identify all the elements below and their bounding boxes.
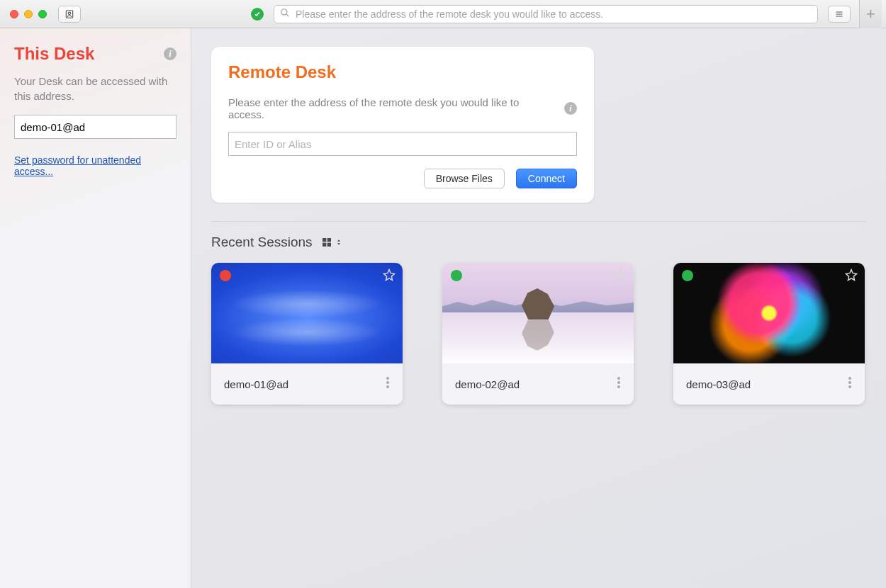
- svg-point-1: [68, 12, 71, 15]
- this-desk-title: This Desk: [14, 44, 94, 64]
- svg-rect-5: [323, 243, 326, 247]
- maximize-window-button[interactable]: [38, 10, 47, 18]
- sessions-view-toggle[interactable]: [321, 237, 342, 248]
- remote-desk-info-icon[interactable]: i: [564, 102, 577, 115]
- close-window-button[interactable]: [10, 10, 18, 18]
- favorite-star-icon[interactable]: [845, 268, 858, 284]
- svg-rect-4: [327, 238, 330, 242]
- svg-point-15: [848, 385, 851, 388]
- remote-desk-card: Remote Desk Please enter the address of …: [211, 47, 594, 203]
- search-icon: [280, 8, 290, 20]
- recent-sessions-title: Recent Sessions: [211, 234, 313, 250]
- session-menu-button[interactable]: [386, 376, 390, 392]
- main-content: Remote Desk Please enter the address of …: [191, 28, 886, 588]
- titlebar-address-input[interactable]: [294, 8, 812, 21]
- session-status-dot: [451, 270, 462, 281]
- svg-point-9: [386, 385, 389, 388]
- address-book-button[interactable]: [58, 6, 81, 23]
- session-label: demo-02@ad: [455, 378, 520, 390]
- svg-point-2: [281, 9, 287, 15]
- address-book-icon: [65, 9, 74, 19]
- grid-view-icon: [321, 237, 332, 248]
- svg-point-8: [386, 381, 389, 384]
- svg-rect-3: [323, 238, 326, 242]
- hamburger-icon: [834, 10, 844, 18]
- new-tab-button[interactable]: +: [859, 0, 882, 28]
- remote-desk-title: Remote Desk: [228, 62, 577, 82]
- set-password-link[interactable]: Set password for unattended access...: [14, 154, 176, 177]
- svg-point-11: [617, 381, 620, 384]
- session-status-dot: [220, 270, 231, 281]
- this-desk-info-icon[interactable]: i: [164, 47, 176, 60]
- favorite-star-icon[interactable]: [614, 268, 627, 284]
- connect-button[interactable]: Connect: [516, 169, 577, 188]
- svg-rect-6: [327, 243, 330, 247]
- session-card[interactable]: demo-02@ad: [442, 263, 634, 405]
- remote-desk-description: Please enter the address of the remote d…: [228, 96, 557, 120]
- favorite-star-icon[interactable]: [383, 268, 396, 284]
- svg-point-12: [617, 385, 620, 388]
- this-desk-address-input[interactable]: [14, 115, 176, 139]
- kebab-icon: [617, 376, 621, 389]
- connection-status-icon: [251, 8, 264, 21]
- session-thumbnail: [442, 263, 634, 363]
- kebab-icon: [386, 376, 390, 389]
- sessions-grid: demo-01@ad dem: [211, 263, 866, 405]
- this-desk-description: Your Desk can be accessed with this addr…: [14, 74, 176, 103]
- titlebar: +: [0, 0, 886, 28]
- svg-point-10: [617, 377, 620, 380]
- window-controls: [10, 10, 47, 18]
- session-label: demo-01@ad: [224, 378, 288, 390]
- section-divider: [211, 221, 866, 222]
- session-status-dot: [682, 270, 693, 281]
- session-thumbnail: [673, 263, 865, 363]
- session-card[interactable]: demo-03@ad: [673, 263, 865, 405]
- session-menu-button[interactable]: [848, 376, 852, 392]
- sidebar: This Desk i Your Desk can be accessed wi…: [0, 28, 191, 588]
- session-thumbnail: [211, 263, 403, 363]
- kebab-icon: [848, 376, 852, 389]
- session-label: demo-03@ad: [686, 378, 751, 390]
- recent-sessions-header: Recent Sessions: [211, 234, 866, 250]
- svg-point-14: [848, 381, 851, 384]
- svg-point-13: [848, 377, 851, 380]
- session-menu-button[interactable]: [617, 376, 621, 392]
- titlebar-address-search[interactable]: [274, 5, 818, 23]
- minimize-window-button[interactable]: [24, 10, 33, 18]
- browse-files-button[interactable]: Browse Files: [424, 169, 505, 188]
- menu-button[interactable]: [828, 6, 851, 23]
- remote-address-input[interactable]: [228, 132, 577, 156]
- svg-point-7: [386, 377, 389, 380]
- session-card[interactable]: demo-01@ad: [211, 263, 403, 405]
- plus-icon: +: [866, 5, 875, 23]
- sort-arrows-icon: [335, 237, 342, 248]
